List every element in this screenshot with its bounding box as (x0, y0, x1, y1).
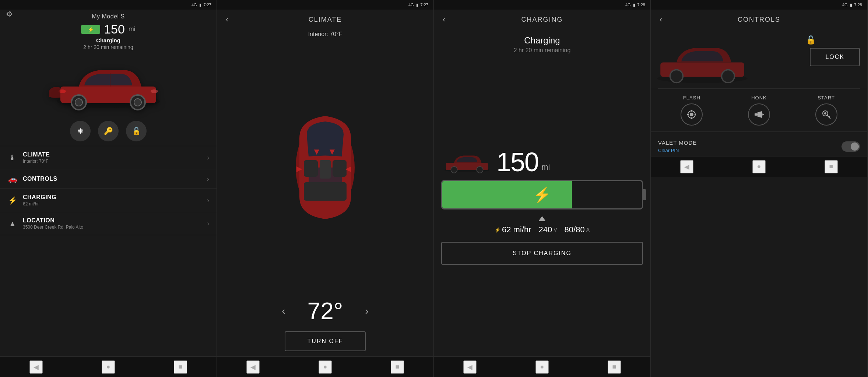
panel-charging: 4G ▮ 7:28 ‹ CHARGING Charging 2 hr 20 mi… (434, 0, 651, 377)
range-unit: mi (129, 25, 136, 33)
turn-off-btn[interactable]: TURN OFF (285, 331, 366, 351)
back-nav-btn-3[interactable]: ◀ (463, 360, 477, 374)
home-nav-btn-4[interactable]: ● (752, 160, 766, 173)
climate-car-view: ▼ ▼ ▶ ◀ (217, 40, 433, 295)
climate-nav-subtitle: Interior: 70°F (23, 159, 207, 164)
svg-text:▼: ▼ (328, 147, 337, 156)
battery-bolt-icon: ⚡ (533, 186, 551, 204)
signal-icon-3: 4G (625, 3, 631, 7)
flash-action: FLASH (681, 95, 703, 126)
back-nav-btn-2[interactable]: ◀ (246, 360, 260, 374)
charging-header: ‹ CHARGING (434, 10, 650, 29)
svg-point-34 (824, 112, 826, 114)
charging-status: Charging (96, 37, 120, 43)
svg-point-27 (690, 113, 693, 116)
range-miles: 150 (104, 22, 125, 36)
location-nav-subtitle: 3500 Deer Creek Rd, Palo Alto (23, 225, 207, 230)
home-nav-btn-2[interactable]: ● (319, 360, 332, 374)
charging-nav-icon: ⚡ (6, 196, 19, 205)
battery-fill (442, 181, 572, 208)
nav-item-location[interactable]: ▲ LOCATION 3500 Deer Creek Rd, Palo Alto… (0, 212, 217, 235)
back-nav-btn-4[interactable]: ◀ (680, 160, 693, 173)
temp-increase-btn[interactable]: › (365, 305, 368, 317)
controls-back-btn[interactable]: ‹ (657, 13, 665, 26)
valet-toggle[interactable] (841, 141, 860, 152)
start-key-icon (822, 110, 831, 119)
honk-btn[interactable] (748, 103, 770, 126)
recent-nav-btn-4[interactable]: ■ (825, 160, 838, 173)
svg-rect-13 (304, 182, 347, 201)
valet-text: VALET MODE Clear PIN (658, 140, 841, 153)
nav-item-charging[interactable]: ⚡ CHARGING 62 mi/hr › (0, 188, 217, 212)
start-btn[interactable] (815, 103, 837, 126)
back-nav-btn-1[interactable]: ◀ (29, 360, 43, 374)
status-bar-1: 4G ▮ 7:27 (0, 0, 217, 10)
svg-point-25 (722, 70, 735, 83)
charging-status-area: Charging 2 hr 20 min remaining (434, 29, 650, 55)
charging-car-svg (441, 149, 493, 175)
amperage-stat: 80/80 A (565, 225, 590, 235)
honk-horn-icon (754, 111, 764, 118)
charge-rate-stat: ⚡ 62 mi/hr (495, 225, 531, 235)
amperage-value: 80/80 (565, 225, 585, 235)
recent-nav-btn-1[interactable]: ■ (174, 360, 187, 374)
charging-title: CHARGING (521, 16, 563, 24)
time-1: 7:27 (204, 3, 211, 7)
home-nav-btn-1[interactable]: ● (102, 360, 115, 374)
climate-nav-text: CLIMATE Interior: 70°F (23, 151, 207, 164)
charging-nav-subtitle: 62 mi/hr (23, 201, 207, 207)
signal-icon-4: 4G (842, 3, 848, 7)
svg-rect-11 (304, 160, 318, 177)
panel-climate: 4G ▮ 7:27 ‹ CLIMATE Interior: 70°F ▼ ▼ (217, 0, 434, 377)
car-name: My Model S (92, 13, 124, 20)
time-2: 7:27 (421, 3, 428, 7)
controls-chevron-icon: › (207, 175, 209, 183)
climate-quick-btn[interactable]: ❄ (70, 121, 91, 141)
location-chevron-icon: › (207, 220, 209, 228)
battery-icon-1: ▮ (199, 3, 201, 7)
flash-btn[interactable] (681, 103, 703, 126)
nav-item-controls[interactable]: 🚗 CONTROLS › (0, 169, 217, 188)
big-battery: ⚡ (441, 180, 643, 209)
recent-nav-btn-2[interactable]: ■ (391, 360, 404, 374)
location-nav-text: LOCATION 3500 Deer Creek Rd, Palo Alto (23, 217, 207, 230)
start-action: START (815, 95, 837, 126)
climate-back-btn[interactable]: ‹ (223, 13, 231, 26)
panel-home: 4G ▮ 7:27 ⚙ My Model S ⚡ 150 mi Charging… (0, 0, 217, 377)
honk-action: HONK (748, 95, 770, 126)
unlock-icon: 🔓 (806, 35, 816, 45)
home-nav-btn-3[interactable]: ● (535, 360, 549, 374)
charge-miles-unit: mi (541, 162, 550, 172)
lock-btn[interactable]: LOCK (810, 48, 860, 66)
status-bar-2: 4G ▮ 7:27 (217, 0, 433, 10)
unlock-quick-btn[interactable]: 🔓 (126, 121, 147, 141)
home-header: ⚙ My Model S ⚡ 150 mi Charging 2 hr 20 m… (0, 10, 217, 52)
nav-item-climate[interactable]: 🌡 CLIMATE Interior: 70°F › (0, 146, 217, 169)
charge-rate-value: 62 mi/hr (502, 225, 531, 235)
voltage-unit: V (554, 227, 557, 233)
stop-charging-btn[interactable]: STOP CHARGING (441, 242, 643, 265)
battery-icon-4: ▮ (850, 3, 852, 7)
car-image (0, 55, 217, 114)
bottom-nav-1: ◀ ● ■ (0, 356, 217, 377)
charging-back-btn[interactable]: ‹ (440, 13, 448, 26)
charging-bolt: ⚡ (88, 27, 94, 32)
signal-icon-1: 4G (191, 3, 197, 7)
recent-nav-btn-3[interactable]: ■ (608, 360, 621, 374)
svg-rect-12 (333, 160, 347, 177)
temp-decrease-btn[interactable]: ‹ (282, 305, 285, 317)
settings-icon[interactable]: ⚙ (6, 10, 13, 18)
bottom-nav-3: ◀ ● ■ (434, 356, 650, 377)
clear-pin-link[interactable]: Clear PIN (658, 148, 841, 153)
charging-time: 2 hr 20 min remaining (83, 44, 133, 50)
bottom-nav-2: ◀ ● ■ (217, 356, 433, 377)
climate-header: ‹ CLIMATE (217, 10, 433, 29)
svg-line-36 (829, 116, 830, 117)
panel-controls: 4G ▮ 7:28 ‹ CONTROLS 🔓 LOCK FLASH (651, 0, 868, 377)
svg-text:◀: ◀ (345, 165, 351, 173)
battery-indicator: ⚡ (81, 25, 100, 34)
quick-actions: ❄ 🔑 🔓 (0, 117, 217, 146)
charging-chevron-icon: › (207, 197, 209, 204)
keys-quick-btn[interactable]: 🔑 (98, 121, 119, 141)
svg-text:▶: ▶ (296, 165, 302, 173)
